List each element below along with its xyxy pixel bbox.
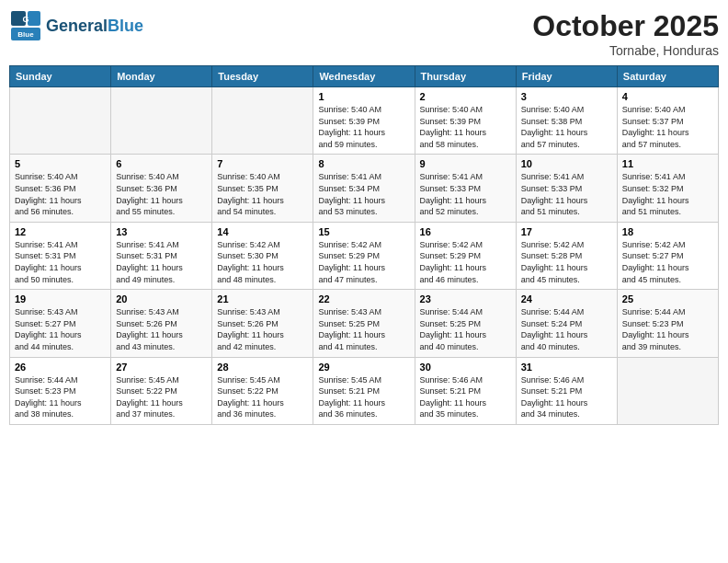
weekday-header-monday: Monday [111, 66, 212, 87]
day-info: Sunrise: 5:45 AM Sunset: 5:22 PM Dayligh… [116, 374, 207, 420]
day-info: Sunrise: 5:42 AM Sunset: 5:28 PM Dayligh… [521, 239, 612, 285]
day-number: 24 [521, 293, 612, 304]
day-number: 29 [318, 362, 409, 373]
weekday-header-tuesday: Tuesday [212, 66, 313, 87]
svg-text:G: G [22, 15, 28, 24]
calendar-week-5: 26Sunrise: 5:44 AM Sunset: 5:23 PM Dayli… [10, 357, 719, 424]
calendar-cell: 8Sunrise: 5:41 AM Sunset: 5:34 PM Daylig… [313, 155, 415, 222]
weekday-header-sunday: Sunday [10, 66, 111, 87]
day-number: 7 [217, 158, 308, 169]
calendar-cell: 18Sunrise: 5:42 AM Sunset: 5:27 PM Dayli… [617, 222, 718, 289]
day-number: 1 [318, 91, 409, 102]
day-info: Sunrise: 5:46 AM Sunset: 5:21 PM Dayligh… [420, 374, 511, 420]
day-number: 8 [318, 158, 409, 169]
day-number: 18 [622, 226, 713, 237]
day-number: 19 [15, 293, 106, 304]
calendar-cell: 9Sunrise: 5:41 AM Sunset: 5:33 PM Daylig… [415, 155, 516, 222]
day-info: Sunrise: 5:41 AM Sunset: 5:33 PM Dayligh… [420, 171, 511, 217]
day-number: 26 [15, 362, 106, 373]
weekday-header-saturday: Saturday [617, 66, 718, 87]
calendar-cell: 13Sunrise: 5:41 AM Sunset: 5:31 PM Dayli… [111, 222, 212, 289]
calendar-cell: 4Sunrise: 5:40 AM Sunset: 5:37 PM Daylig… [617, 87, 718, 155]
title-section: October 2025 Tornabe, Honduras [532, 9, 719, 58]
calendar-cell: 7Sunrise: 5:40 AM Sunset: 5:35 PM Daylig… [212, 155, 313, 222]
calendar-cell: 2Sunrise: 5:40 AM Sunset: 5:39 PM Daylig… [415, 87, 516, 155]
logo: G Blue GeneralBlue [9, 9, 143, 42]
calendar-cell: 27Sunrise: 5:45 AM Sunset: 5:22 PM Dayli… [111, 357, 212, 424]
day-number: 28 [217, 362, 308, 373]
day-number: 14 [217, 226, 308, 237]
location-title: Tornabe, Honduras [532, 43, 719, 58]
day-number: 31 [521, 362, 612, 373]
svg-text:Blue: Blue [17, 30, 34, 39]
logo-icon: G Blue [9, 9, 42, 42]
day-info: Sunrise: 5:43 AM Sunset: 5:26 PM Dayligh… [217, 306, 308, 352]
day-number: 9 [420, 158, 511, 169]
calendar-week-2: 5Sunrise: 5:40 AM Sunset: 5:36 PM Daylig… [10, 155, 719, 222]
day-number: 10 [521, 158, 612, 169]
header: G Blue GeneralBlue October 2025 Tornabe,… [9, 9, 719, 58]
day-info: Sunrise: 5:42 AM Sunset: 5:30 PM Dayligh… [217, 239, 308, 285]
day-number: 15 [318, 226, 409, 237]
svg-rect-2 [28, 11, 40, 26]
day-info: Sunrise: 5:41 AM Sunset: 5:31 PM Dayligh… [15, 239, 106, 285]
day-number: 6 [116, 158, 207, 169]
day-info: Sunrise: 5:43 AM Sunset: 5:25 PM Dayligh… [318, 306, 409, 352]
day-info: Sunrise: 5:42 AM Sunset: 5:29 PM Dayligh… [420, 239, 511, 285]
day-number: 11 [622, 158, 713, 169]
calendar-cell: 15Sunrise: 5:42 AM Sunset: 5:29 PM Dayli… [313, 222, 415, 289]
day-info: Sunrise: 5:40 AM Sunset: 5:35 PM Dayligh… [217, 171, 308, 217]
weekday-header-wednesday: Wednesday [313, 66, 415, 87]
calendar-cell [111, 87, 212, 155]
day-number: 5 [15, 158, 106, 169]
weekday-header-row: SundayMondayTuesdayWednesdayThursdayFrid… [10, 66, 719, 87]
day-info: Sunrise: 5:44 AM Sunset: 5:23 PM Dayligh… [15, 374, 106, 420]
calendar-cell: 20Sunrise: 5:43 AM Sunset: 5:26 PM Dayli… [111, 290, 212, 357]
day-info: Sunrise: 5:40 AM Sunset: 5:36 PM Dayligh… [116, 171, 207, 217]
logo-general: General [46, 17, 108, 35]
day-number: 12 [15, 226, 106, 237]
day-number: 27 [116, 362, 207, 373]
day-info: Sunrise: 5:41 AM Sunset: 5:33 PM Dayligh… [521, 171, 612, 217]
day-info: Sunrise: 5:40 AM Sunset: 5:37 PM Dayligh… [622, 104, 713, 150]
calendar-week-4: 19Sunrise: 5:43 AM Sunset: 5:27 PM Dayli… [10, 290, 719, 357]
calendar: SundayMondayTuesdayWednesdayThursdayFrid… [9, 65, 719, 425]
weekday-header-thursday: Thursday [415, 66, 516, 87]
calendar-cell: 14Sunrise: 5:42 AM Sunset: 5:30 PM Dayli… [212, 222, 313, 289]
calendar-cell: 21Sunrise: 5:43 AM Sunset: 5:26 PM Dayli… [212, 290, 313, 357]
day-info: Sunrise: 5:43 AM Sunset: 5:26 PM Dayligh… [116, 306, 207, 352]
day-number: 2 [420, 91, 511, 102]
day-number: 3 [521, 91, 612, 102]
calendar-cell: 16Sunrise: 5:42 AM Sunset: 5:29 PM Dayli… [415, 222, 516, 289]
day-number: 22 [318, 293, 409, 304]
day-info: Sunrise: 5:45 AM Sunset: 5:22 PM Dayligh… [217, 374, 308, 420]
day-number: 30 [420, 362, 511, 373]
calendar-cell: 29Sunrise: 5:45 AM Sunset: 5:21 PM Dayli… [313, 357, 415, 424]
calendar-cell: 10Sunrise: 5:41 AM Sunset: 5:33 PM Dayli… [516, 155, 617, 222]
calendar-cell: 3Sunrise: 5:40 AM Sunset: 5:38 PM Daylig… [516, 87, 617, 155]
day-info: Sunrise: 5:41 AM Sunset: 5:31 PM Dayligh… [116, 239, 207, 285]
calendar-cell: 30Sunrise: 5:46 AM Sunset: 5:21 PM Dayli… [415, 357, 516, 424]
day-number: 17 [521, 226, 612, 237]
day-number: 25 [622, 293, 713, 304]
day-info: Sunrise: 5:46 AM Sunset: 5:21 PM Dayligh… [521, 374, 612, 420]
page: G Blue GeneralBlue October 2025 Tornabe,… [0, 0, 728, 563]
weekday-header-friday: Friday [516, 66, 617, 87]
day-info: Sunrise: 5:44 AM Sunset: 5:24 PM Dayligh… [521, 306, 612, 352]
day-info: Sunrise: 5:41 AM Sunset: 5:34 PM Dayligh… [318, 171, 409, 217]
calendar-cell: 23Sunrise: 5:44 AM Sunset: 5:25 PM Dayli… [415, 290, 516, 357]
calendar-cell: 25Sunrise: 5:44 AM Sunset: 5:23 PM Dayli… [617, 290, 718, 357]
day-info: Sunrise: 5:43 AM Sunset: 5:27 PM Dayligh… [15, 306, 106, 352]
calendar-cell: 22Sunrise: 5:43 AM Sunset: 5:25 PM Dayli… [313, 290, 415, 357]
calendar-cell: 12Sunrise: 5:41 AM Sunset: 5:31 PM Dayli… [10, 222, 111, 289]
calendar-cell: 19Sunrise: 5:43 AM Sunset: 5:27 PM Dayli… [10, 290, 111, 357]
calendar-cell: 5Sunrise: 5:40 AM Sunset: 5:36 PM Daylig… [10, 155, 111, 222]
day-info: Sunrise: 5:40 AM Sunset: 5:36 PM Dayligh… [15, 171, 106, 217]
calendar-week-3: 12Sunrise: 5:41 AM Sunset: 5:31 PM Dayli… [10, 222, 719, 289]
calendar-cell: 17Sunrise: 5:42 AM Sunset: 5:28 PM Dayli… [516, 222, 617, 289]
day-number: 13 [116, 226, 207, 237]
calendar-cell: 31Sunrise: 5:46 AM Sunset: 5:21 PM Dayli… [516, 357, 617, 424]
logo-blue: Blue [108, 17, 143, 35]
calendar-cell [617, 357, 718, 424]
day-number: 16 [420, 226, 511, 237]
